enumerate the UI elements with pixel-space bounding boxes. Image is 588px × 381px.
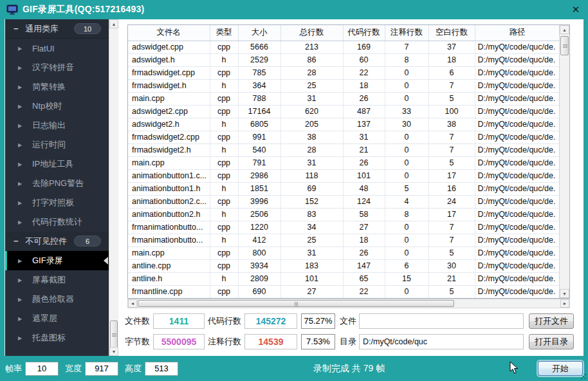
sidebar-item-GIF录屏[interactable]: GIF录屏 [5,251,109,270]
sidebar-item-颜色拾取器[interactable]: 颜色拾取器 [5,290,109,309]
file-path-input[interactable] [359,313,524,329]
sidebar-scrollbar-thumb[interactable] [110,321,118,349]
table-row[interactable]: animationbutton2.hh 250683 588 17D:/myQt… [128,208,559,221]
open-dir-button[interactable]: 打开目录 [529,334,574,349]
code-lines-value: 145272 [244,313,297,329]
sidebar-item-代码行数统计[interactable]: 代码行数统计 [5,212,109,232]
mouse-cursor [510,361,519,375]
title-bar: GIF录屏工具(QQ:517216493) ✕ [0,0,588,19]
table-row[interactable]: frmadswidget2.cppcpp 99138 310 7D:/myQt/… [128,131,559,144]
sidebar-item-label: 托盘图标 [32,332,66,344]
width-input[interactable] [85,362,118,376]
table-scrollbar-thumb[interactable] [560,36,569,55]
comment-lines-label: 注释行数 [208,336,244,348]
scroll-down-icon[interactable] [560,289,569,298]
scroll-right-icon[interactable] [560,299,569,308]
table-row[interactable]: animationbutton1.c...cpp 2986118 1010 17… [128,169,559,182]
table-row[interactable]: adswidget2.hh 6805205 13730 38D:/myQt/co… [128,118,559,131]
sidebar-item-label: 运行时间 [32,139,66,151]
scroll-up-icon[interactable] [109,19,118,28]
table-row[interactable]: frmadswidget2.hh 54028 210 7D:/myQt/code… [128,144,559,156]
code-lines-percent: 75.27% [301,313,335,329]
sidebar-item-label: 屏幕截图 [32,274,66,286]
sidebar-group-header[interactable]: 不可见控件 6 [5,232,109,251]
scroll-left-icon[interactable] [128,299,137,308]
col-filename[interactable]: 文件名 [128,25,210,41]
sidebar-scrollbar[interactable] [109,19,118,356]
sidebar-item-托盘图标[interactable]: 托盘图标 [5,328,109,348]
sidebar-item-简繁转换[interactable]: 简繁转换 [5,77,109,97]
record-status-text: 录制完成 共 79 帧 [313,363,385,375]
open-file-button[interactable]: 打开文件 [529,313,574,329]
file-label: 文件 [340,315,359,327]
scroll-down-icon[interactable] [109,347,118,356]
sidebar-item-Ntp校时[interactable]: Ntp校时 [5,97,109,116]
sidebar-item-去除PNG警告[interactable]: 去除PNG警告 [5,174,109,193]
col-total-lines[interactable]: 总行数 [280,25,343,41]
expand-arrow-icon [18,84,28,90]
sidebar-item-IP地址工具[interactable]: IP地址工具 [5,154,109,174]
collapse-icon [14,24,25,33]
table-row[interactable]: antline.hh 2809101 6515 21D:/myQt/code/q… [128,272,559,285]
table-row[interactable]: adswidget2.cppcpp 17164620 48733 100D:/m… [128,105,559,118]
height-input[interactable] [145,362,178,376]
fps-input[interactable] [25,362,59,376]
col-size[interactable]: 大小 [238,25,280,41]
height-label: 高度 [125,363,142,375]
table-row[interactable]: animationbutton2.c...cpp 3996152 1244 24… [128,195,559,208]
sidebar-item-汉字转拼音[interactable]: 汉字转拼音 [5,58,109,77]
expand-arrow-icon [18,219,28,225]
table-horizontal-scrollbar[interactable] [127,299,570,308]
sidebar-group-label: 不可见控件 [25,236,67,247]
table-row[interactable]: main.cppcpp 80031 260 5D:/myQt/code/quc/… [128,246,559,259]
file-count-value: 1411 [153,313,205,329]
collapse-icon [14,236,25,246]
h-scrollbar-thumb[interactable] [138,300,454,307]
group-count-badge: 10 [74,23,101,34]
content-area: 通用类库 10 FlatUI 汉字转拼音 简繁转换 Ntp校时 日志输出 运行时… [5,19,583,356]
table-row[interactable]: adswidget.cppcpp 5666213 1697 37D:/myQt/… [128,41,559,53]
col-path[interactable]: 路径 [475,25,559,41]
sidebar-item-屏幕截图[interactable]: 屏幕截图 [5,270,109,290]
expand-arrow-icon [18,142,28,148]
sidebar-item-label: 简繁转换 [32,81,66,93]
col-type[interactable]: 类型 [210,25,238,41]
table-row[interactable]: frmantline.cppcpp 69027 220 5D:/myQt/cod… [128,285,559,298]
main-panel: 文件名 类型 大小 总行数 代码行数 注释行数 空白行数 路径 adswidge… [118,19,583,356]
expand-arrow-icon [18,297,28,302]
expand-arrow-icon [18,65,28,71]
sidebar-item-label: 打字对照板 [32,197,74,209]
comment-lines-percent: 7.53% [301,334,335,349]
table-row[interactable]: adswidget.hh 252986 608 18D:/myQt/code/q… [128,53,559,66]
sidebar-group-header[interactable]: 通用类库 10 [5,19,109,39]
stats-row-2: 字节数 5500095 注释行数 14539 7.53% 目录 打开目录 [118,333,583,349]
expand-arrow-icon [18,123,28,129]
close-icon[interactable]: ✕ [567,1,584,18]
dir-path-input[interactable] [359,334,524,349]
table-row[interactable]: antline.cppcpp 3934183 1476 30D:/myQt/co… [128,259,559,272]
col-comment-lines[interactable]: 注释行数 [385,25,428,41]
sidebar-item-日志输出[interactable]: 日志输出 [5,116,109,135]
sidebar-item-label: FlatUI [32,44,55,53]
col-blank-lines[interactable]: 空白行数 [428,25,475,41]
scroll-up-icon[interactable] [560,25,569,34]
sidebar-item-运行时间[interactable]: 运行时间 [5,135,109,154]
table-row[interactable]: main.cppcpp 78831 260 5D:/myQt/code/quc/… [128,92,559,105]
group-count-badge: 6 [74,236,101,246]
start-button[interactable]: 开始 [538,361,583,376]
resize-grip-icon[interactable] [580,373,587,380]
table-header-row[interactable]: 文件名 类型 大小 总行数 代码行数 注释行数 空白行数 路径 [128,25,559,41]
table-vertical-scrollbar[interactable] [559,25,569,298]
sidebar-item-打字对照板[interactable]: 打字对照板 [5,193,109,212]
table-row[interactable]: frmanimationbutto...h 41225 180 7D:/myQt… [128,234,559,246]
table-row[interactable]: frmadswidget.cppcpp 78528 220 6D:/myQt/c… [128,66,559,79]
sidebar-item-遮罩层[interactable]: 遮罩层 [5,309,109,328]
sidebar-item-label: IP地址工具 [32,158,73,170]
table-row[interactable]: animationbutton1.hh 185169 485 16D:/myQt… [128,182,559,195]
table-row[interactable]: main.cppcpp 79131 260 5D:/myQt/code/quc/… [128,156,559,169]
col-code-lines[interactable]: 代码行数 [343,25,385,41]
table-row[interactable]: frmadswidget.hh 36425 180 7D:/myQt/code/… [128,79,559,92]
table-row[interactable]: frmanimationbutto...cpp 122034 270 7D:/m… [128,221,559,234]
sidebar-item-FlatUI[interactable]: FlatUI [5,39,109,58]
app-monitor-icon [6,5,18,15]
